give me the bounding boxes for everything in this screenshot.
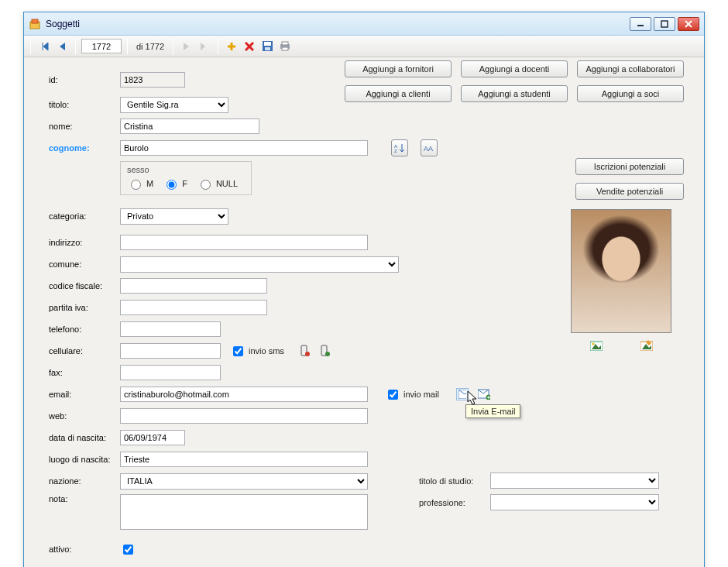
luogo-nascita-label: luogo di nascita: [49, 455, 120, 464]
add-docenti-button[interactable]: Aggiungi a docenti [461, 60, 568, 77]
form-content: Aggiungi a fornitori Aggiungi a docenti … [24, 57, 704, 567]
svg-rect-1 [32, 19, 38, 23]
svg-point-18 [592, 343, 594, 345]
partita-iva-field[interactable] [120, 300, 267, 315]
svg-rect-11 [264, 42, 271, 46]
sesso-m-radio[interactable]: M [127, 177, 153, 190]
svg-text:Z: Z [394, 149, 397, 153]
cursor-icon [467, 390, 478, 406]
nav-next-icon [179, 39, 194, 54]
categoria-select[interactable]: Privato [120, 208, 228, 225]
nav-prev-icon[interactable] [54, 39, 70, 54]
nome-field[interactable] [120, 119, 259, 134]
categoria-label: categoria: [49, 211, 120, 221]
window: Soggetti di 1772 [23, 12, 705, 567]
luogo-nascita-field[interactable] [120, 452, 368, 467]
minimize-button[interactable] [630, 17, 651, 31]
titolo-label: titolo: [49, 100, 120, 109]
nav-last-icon [197, 39, 212, 54]
professione-label: professione: [419, 498, 490, 507]
data-nascita-field[interactable] [120, 430, 185, 445]
id-label: id: [49, 75, 120, 84]
add-collaboratori-button[interactable]: Aggiungi a collaboratori [577, 60, 684, 77]
add-soci-button[interactable]: Aggiungi a soci [577, 85, 684, 102]
subject-photo [571, 209, 671, 333]
photo-edit-icon[interactable] [640, 339, 653, 352]
add-email-icon[interactable] [478, 388, 490, 400]
sesso-f-radio[interactable]: F [163, 177, 187, 190]
titlebar: Soggetti [24, 12, 704, 36]
delete-record-icon[interactable] [242, 39, 257, 54]
svg-point-26 [305, 352, 310, 356]
photo-placeholder [572, 210, 671, 332]
sort-az-icon[interactable]: AZ [391, 139, 408, 156]
add-record-icon[interactable] [224, 39, 239, 54]
sms-add-icon[interactable] [318, 345, 331, 357]
svg-rect-14 [282, 42, 288, 45]
titolo-studio-label: titolo di studio: [419, 476, 490, 486]
svg-point-28 [325, 352, 330, 356]
sms-send-icon[interactable] [298, 345, 311, 357]
iscrizioni-potenziali-button[interactable]: Iscrizioni potenziali [575, 158, 684, 175]
cognome-label: cognome: [49, 143, 120, 153]
fax-field[interactable] [120, 365, 221, 380]
id-field [120, 72, 185, 88]
record-navigator: di 1772 [24, 36, 704, 57]
nota-label: nota: [49, 494, 120, 503]
web-field[interactable] [120, 408, 368, 424]
data-nascita-label: data di nascita: [49, 433, 120, 442]
svg-text:A: A [428, 145, 433, 153]
add-studenti-button[interactable]: Aggiungi a studenti [461, 85, 568, 102]
codice-fiscale-label: codice fiscale: [49, 281, 120, 290]
cognome-field[interactable] [120, 140, 368, 156]
maximize-button[interactable] [654, 17, 675, 31]
nota-field[interactable] [120, 494, 368, 530]
add-clienti-button[interactable]: Aggiungi a clienti [345, 85, 452, 102]
attivo-label: attivo: [49, 545, 120, 554]
titolo-studio-select[interactable] [490, 472, 659, 489]
comune-select[interactable] [120, 256, 399, 273]
invio-mail-checkbox[interactable]: invio mail [385, 387, 439, 402]
send-email-tooltip: Invia E-mail [465, 404, 520, 418]
find-icon[interactable]: AA [421, 139, 438, 156]
indirizzo-label: indirizzo: [49, 238, 120, 247]
codice-fiscale-field[interactable] [120, 278, 267, 294]
email-label: email: [49, 390, 120, 399]
record-of-label: di 1772 [136, 42, 164, 51]
send-email-icon[interactable] [456, 388, 469, 400]
nav-first-icon[interactable] [36, 39, 52, 54]
telefono-label: telefono: [49, 325, 120, 334]
comune-label: comune: [49, 259, 120, 269]
indirizzo-field[interactable] [120, 235, 368, 250]
save-record-icon[interactable] [259, 39, 275, 54]
nazione-label: nazione: [49, 476, 120, 486]
print-record-icon[interactable] [277, 39, 293, 54]
window-title: Soggetti [46, 19, 630, 29]
nazione-select[interactable]: ITALIA [120, 473, 368, 490]
cellulare-label: cellulare: [49, 346, 120, 356]
sesso-group: sesso M F NULL [120, 161, 252, 195]
email-field[interactable] [120, 387, 368, 402]
add-fornitori-button[interactable]: Aggiungi a fornitori [345, 60, 452, 77]
cellulare-field[interactable] [120, 343, 221, 359]
close-button[interactable] [678, 17, 699, 31]
partita-iva-label: partita iva: [49, 303, 120, 312]
sesso-legend: sesso [127, 165, 245, 174]
photo-add-icon[interactable] [590, 339, 603, 352]
svg-rect-12 [265, 47, 270, 50]
telefono-field[interactable] [120, 321, 221, 337]
svg-rect-3 [661, 21, 668, 27]
app-icon [29, 18, 41, 30]
nome-label: nome: [49, 122, 120, 131]
invio-sms-checkbox[interactable]: invio sms [230, 344, 284, 359]
svg-rect-15 [282, 47, 288, 50]
titolo-select[interactable]: Gentile Sig.ra [120, 97, 228, 113]
attivo-checkbox[interactable] [123, 545, 133, 555]
sesso-null-radio[interactable]: NULL [197, 177, 238, 190]
professione-select[interactable] [490, 494, 659, 510]
record-position-input[interactable] [81, 39, 122, 53]
fax-label: fax: [49, 368, 120, 377]
web-label: web: [49, 411, 120, 421]
vendite-potenziali-button[interactable]: Vendite potenziali [575, 183, 684, 200]
